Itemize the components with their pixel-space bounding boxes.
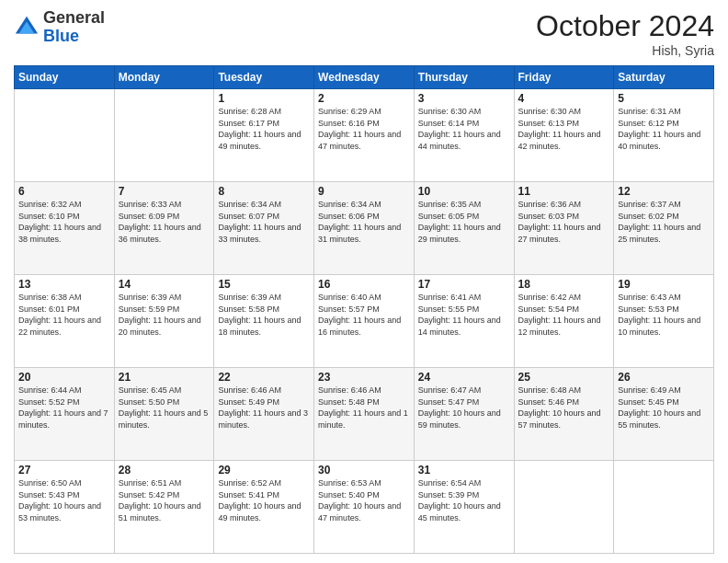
day-number: 17 <box>418 278 510 291</box>
calendar-table: SundayMondayTuesdayWednesdayThursdayFrid… <box>14 65 714 554</box>
day-number: 20 <box>18 371 110 384</box>
calendar-day-cell: 30Sunrise: 6:53 AMSunset: 5:40 PMDayligh… <box>314 461 415 554</box>
calendar-day-cell <box>614 461 714 554</box>
day-info: Sunrise: 6:39 AMSunset: 5:58 PMDaylight:… <box>218 292 310 338</box>
calendar-day-cell: 17Sunrise: 6:41 AMSunset: 5:55 PMDayligh… <box>414 275 514 368</box>
calendar-day-cell: 1Sunrise: 6:28 AMSunset: 6:17 PMDaylight… <box>214 89 314 182</box>
day-info: Sunrise: 6:46 AMSunset: 5:49 PMDaylight:… <box>218 385 310 431</box>
calendar-day-cell: 5Sunrise: 6:31 AMSunset: 6:12 PMDaylight… <box>614 89 714 182</box>
day-number: 9 <box>318 185 410 198</box>
day-number: 25 <box>518 371 610 384</box>
day-info: Sunrise: 6:32 AMSunset: 6:10 PMDaylight:… <box>18 199 110 245</box>
day-info: Sunrise: 6:40 AMSunset: 5:57 PMDaylight:… <box>318 292 410 338</box>
logo-text: General Blue <box>43 9 105 46</box>
day-info: Sunrise: 6:53 AMSunset: 5:40 PMDaylight:… <box>318 477 410 523</box>
day-number: 14 <box>119 278 210 291</box>
calendar-day-cell <box>15 89 115 182</box>
weekday-header-friday: Friday <box>514 66 614 89</box>
calendar-day-cell: 24Sunrise: 6:47 AMSunset: 5:47 PMDayligh… <box>414 368 514 461</box>
day-number: 30 <box>318 464 410 477</box>
day-number: 5 <box>618 92 710 105</box>
calendar-day-cell: 27Sunrise: 6:50 AMSunset: 5:43 PMDayligh… <box>15 461 115 554</box>
day-number: 21 <box>119 371 210 384</box>
day-info: Sunrise: 6:30 AMSunset: 6:13 PMDaylight:… <box>518 106 610 152</box>
calendar-day-cell <box>114 89 214 182</box>
calendar-week-row: 20Sunrise: 6:44 AMSunset: 5:52 PMDayligh… <box>15 368 714 461</box>
calendar-day-cell: 6Sunrise: 6:32 AMSunset: 6:10 PMDaylight… <box>15 182 115 275</box>
day-info: Sunrise: 6:39 AMSunset: 5:59 PMDaylight:… <box>119 292 210 338</box>
calendar-day-cell: 31Sunrise: 6:54 AMSunset: 5:39 PMDayligh… <box>414 461 514 554</box>
calendar-day-cell: 13Sunrise: 6:38 AMSunset: 6:01 PMDayligh… <box>15 275 115 368</box>
day-number: 22 <box>218 371 310 384</box>
day-number: 8 <box>218 185 310 198</box>
day-number: 27 <box>18 464 110 477</box>
day-info: Sunrise: 6:28 AMSunset: 6:17 PMDaylight:… <box>218 106 310 152</box>
day-info: Sunrise: 6:29 AMSunset: 6:16 PMDaylight:… <box>318 106 410 152</box>
calendar-day-cell: 19Sunrise: 6:43 AMSunset: 5:53 PMDayligh… <box>614 275 714 368</box>
day-info: Sunrise: 6:47 AMSunset: 5:47 PMDaylight:… <box>418 385 510 431</box>
day-info: Sunrise: 6:44 AMSunset: 5:52 PMDaylight:… <box>18 385 110 431</box>
day-number: 6 <box>18 185 110 198</box>
weekday-header-tuesday: Tuesday <box>214 66 314 89</box>
calendar-day-cell: 12Sunrise: 6:37 AMSunset: 6:02 PMDayligh… <box>614 182 714 275</box>
day-number: 10 <box>418 185 510 198</box>
calendar-day-cell: 25Sunrise: 6:48 AMSunset: 5:46 PMDayligh… <box>514 368 614 461</box>
day-info: Sunrise: 6:42 AMSunset: 5:54 PMDaylight:… <box>518 292 610 338</box>
calendar-day-cell: 21Sunrise: 6:45 AMSunset: 5:50 PMDayligh… <box>114 368 214 461</box>
calendar-day-cell: 26Sunrise: 6:49 AMSunset: 5:45 PMDayligh… <box>614 368 714 461</box>
calendar-day-cell: 23Sunrise: 6:46 AMSunset: 5:48 PMDayligh… <box>314 368 415 461</box>
calendar-week-row: 27Sunrise: 6:50 AMSunset: 5:43 PMDayligh… <box>15 461 714 554</box>
calendar-day-cell: 9Sunrise: 6:34 AMSunset: 6:06 PMDaylight… <box>314 182 415 275</box>
day-number: 29 <box>218 464 310 477</box>
calendar-day-cell: 7Sunrise: 6:33 AMSunset: 6:09 PMDaylight… <box>114 182 214 275</box>
day-info: Sunrise: 6:31 AMSunset: 6:12 PMDaylight:… <box>618 106 710 152</box>
day-info: Sunrise: 6:33 AMSunset: 6:09 PMDaylight:… <box>119 199 210 245</box>
day-info: Sunrise: 6:52 AMSunset: 5:41 PMDaylight:… <box>218 477 310 523</box>
calendar-day-cell: 10Sunrise: 6:35 AMSunset: 6:05 PMDayligh… <box>414 182 514 275</box>
day-info: Sunrise: 6:35 AMSunset: 6:05 PMDaylight:… <box>418 199 510 245</box>
calendar-week-row: 1Sunrise: 6:28 AMSunset: 6:17 PMDaylight… <box>15 89 714 182</box>
calendar-day-cell: 8Sunrise: 6:34 AMSunset: 6:07 PMDaylight… <box>214 182 314 275</box>
calendar-week-row: 6Sunrise: 6:32 AMSunset: 6:10 PMDaylight… <box>15 182 714 275</box>
day-number: 19 <box>618 278 710 291</box>
day-number: 18 <box>518 278 610 291</box>
weekday-header-wednesday: Wednesday <box>314 66 415 89</box>
day-info: Sunrise: 6:54 AMSunset: 5:39 PMDaylight:… <box>418 477 510 523</box>
day-number: 16 <box>318 278 410 291</box>
calendar-day-cell: 16Sunrise: 6:40 AMSunset: 5:57 PMDayligh… <box>314 275 415 368</box>
day-info: Sunrise: 6:43 AMSunset: 5:53 PMDaylight:… <box>618 292 710 338</box>
weekday-header-monday: Monday <box>114 66 214 89</box>
weekday-header-thursday: Thursday <box>414 66 514 89</box>
weekday-header-saturday: Saturday <box>614 66 714 89</box>
day-number: 4 <box>518 92 610 105</box>
day-info: Sunrise: 6:30 AMSunset: 6:14 PMDaylight:… <box>418 106 510 152</box>
day-number: 28 <box>119 464 210 477</box>
calendar-day-cell: 14Sunrise: 6:39 AMSunset: 5:59 PMDayligh… <box>114 275 214 368</box>
calendar-week-row: 13Sunrise: 6:38 AMSunset: 6:01 PMDayligh… <box>15 275 714 368</box>
calendar-day-cell: 22Sunrise: 6:46 AMSunset: 5:49 PMDayligh… <box>214 368 314 461</box>
weekday-header-sunday: Sunday <box>15 66 115 89</box>
calendar-day-cell: 15Sunrise: 6:39 AMSunset: 5:58 PMDayligh… <box>214 275 314 368</box>
location-subtitle: Hish, Syria <box>536 43 714 58</box>
calendar-day-cell: 2Sunrise: 6:29 AMSunset: 6:16 PMDaylight… <box>314 89 415 182</box>
day-number: 12 <box>618 185 710 198</box>
day-number: 13 <box>18 278 110 291</box>
calendar-day-cell <box>514 461 614 554</box>
logo: General Blue <box>14 9 105 46</box>
day-info: Sunrise: 6:34 AMSunset: 6:07 PMDaylight:… <box>218 199 310 245</box>
logo-icon <box>14 15 40 40</box>
calendar-day-cell: 3Sunrise: 6:30 AMSunset: 6:14 PMDaylight… <box>414 89 514 182</box>
calendar-day-cell: 20Sunrise: 6:44 AMSunset: 5:52 PMDayligh… <box>15 368 115 461</box>
day-info: Sunrise: 6:46 AMSunset: 5:48 PMDaylight:… <box>318 385 410 431</box>
calendar-day-cell: 28Sunrise: 6:51 AMSunset: 5:42 PMDayligh… <box>114 461 214 554</box>
day-number: 23 <box>318 371 410 384</box>
day-info: Sunrise: 6:36 AMSunset: 6:03 PMDaylight:… <box>518 199 610 245</box>
day-info: Sunrise: 6:48 AMSunset: 5:46 PMDaylight:… <box>518 385 610 431</box>
day-number: 11 <box>518 185 610 198</box>
page: General Blue October 2024 Hish, Syria Su… <box>0 0 728 563</box>
day-number: 7 <box>119 185 210 198</box>
day-info: Sunrise: 6:38 AMSunset: 6:01 PMDaylight:… <box>18 292 110 338</box>
month-title: October 2024 <box>536 9 714 43</box>
calendar-day-cell: 29Sunrise: 6:52 AMSunset: 5:41 PMDayligh… <box>214 461 314 554</box>
logo-general: General <box>43 8 105 27</box>
